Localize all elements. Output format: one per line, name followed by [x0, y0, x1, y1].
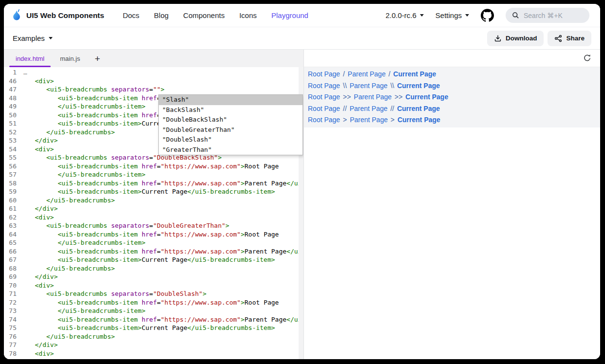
line-number: 60 [4, 196, 23, 205]
tab-index-html[interactable]: index.html [8, 50, 52, 67]
code-line: 73 </ui5-breadcrumbs-item> [4, 307, 303, 315]
line-number: 53 [4, 136, 23, 145]
breadcrumb-link[interactable]: Parent Page [354, 93, 392, 101]
breadcrumb-link[interactable]: Parent Page [350, 105, 388, 112]
code-line: 71 <ui5-breadcrumbs separators="DoubleSl… [4, 290, 303, 298]
version-dropdown[interactable]: 2.0.0-rc.6 [385, 11, 423, 19]
line-number: 64 [4, 230, 23, 239]
code-line-text: </div> [23, 341, 303, 349]
autocomplete-item[interactable]: "GreaterThan" [159, 145, 302, 155]
line-number: 77 [4, 341, 23, 349]
tab-label: main.js [60, 55, 80, 62]
code-line-text: <ui5-breadcrumbs-item href="https://www.… [23, 247, 303, 256]
breadcrumbs-preview: Root Page / Parent Page / Current PageRo… [304, 67, 600, 127]
code-line-text: <ui5-breadcrumbs separators="DoubleGreat… [23, 221, 303, 230]
autocomplete-item[interactable]: "Slash" [159, 95, 302, 105]
code-line-text: … [23, 68, 303, 77]
code-line: 63 <ui5-breadcrumbs separators="DoubleGr… [4, 221, 303, 230]
github-link[interactable] [481, 9, 494, 22]
download-label: Download [506, 35, 537, 42]
breadcrumb-separator: >> [392, 93, 405, 101]
breadcrumb-current: Current Page [397, 105, 440, 112]
line-number: 76 [4, 332, 23, 341]
share-button[interactable]: Share [548, 31, 591, 46]
breadcrumb-link[interactable]: Root Page [308, 93, 340, 101]
tab-main-js[interactable]: main.js [52, 50, 88, 67]
top-navigation: UI5 Web Components Docs Blog Components … [4, 4, 600, 27]
download-icon [494, 35, 502, 42]
examples-dropdown[interactable]: Examples [13, 34, 53, 42]
editor-tabbar: index.html main.js + [4, 50, 303, 67]
examples-label: Examples [13, 34, 45, 42]
share-icon [554, 35, 562, 42]
breadcrumb-link[interactable]: Root Page [308, 116, 340, 124]
breadcrumb-separator: \\ [388, 82, 397, 90]
search-placeholder: Search ⌘+K [524, 12, 563, 19]
line-number: 58 [4, 179, 23, 188]
settings-label: Settings [435, 11, 462, 19]
autocomplete-item[interactable]: "DoubleGreaterThan" [159, 125, 302, 135]
code-line-text: <ui5-breadcrumbs-item href="https://www.… [23, 179, 303, 188]
browser-window: UI5 Web Components Docs Blog Components … [4, 4, 600, 359]
code-line: 1… [4, 68, 303, 77]
line-number: 70 [4, 281, 23, 290]
nav-item-components[interactable]: Components [183, 11, 225, 19]
code-line-text: </div> [23, 204, 303, 213]
breadcrumb-link[interactable]: Parent Page [350, 82, 388, 90]
breadcrumb-link[interactable]: Parent Page [348, 70, 386, 78]
code-line: 72 <ui5-breadcrumbs-item href="https://w… [4, 298, 303, 307]
code-line-text: </div> [23, 273, 303, 281]
breadcrumb-current: Current Page [393, 70, 436, 78]
breadcrumb-separator: >> [340, 93, 354, 101]
autocomplete-item[interactable]: "BackSlash" [159, 105, 302, 115]
screenshot-frame: UI5 Web Components Docs Blog Components … [0, 0, 605, 364]
settings-dropdown[interactable]: Settings [435, 11, 469, 19]
github-icon [481, 9, 494, 22]
breadcrumb-row: Root Page > Parent Page > Current Page [304, 114, 600, 126]
code-line-text: <ui5-breadcrumbs-item href="https://www.… [23, 230, 303, 239]
line-number: 46 [4, 77, 23, 86]
line-number: 57 [4, 170, 23, 179]
breadcrumb-row: Root Page // Parent Page // Current Page [304, 103, 600, 115]
line-number: 69 [4, 273, 23, 281]
preview-topbar [304, 50, 600, 67]
line-number: 61 [4, 204, 23, 213]
code-line-text: </ui5-breadcrumbs> [23, 264, 303, 273]
breadcrumb-separator: // [340, 105, 350, 112]
search-input[interactable]: Search ⌘+K [506, 8, 589, 23]
code-line: 77 </div> [4, 341, 303, 349]
code-line: 75 <ui5-breadcrumbs-item>Current Page</u… [4, 324, 303, 332]
code-line: 61 </div> [4, 204, 303, 213]
nav-item-blog[interactable]: Blog [154, 11, 169, 19]
code-line: 64 <ui5-breadcrumbs-item href="https://w… [4, 230, 303, 239]
breadcrumb-link[interactable]: Root Page [308, 82, 340, 90]
code-line-text: <ui5-breadcrumbs separators="DoubleSlash… [23, 290, 303, 298]
autocomplete-item[interactable]: "DoubleSlash" [159, 135, 302, 145]
line-number: 62 [4, 213, 23, 222]
code-editor[interactable]: 1…46 <div>47 <ui5-breadcrumbs separators… [4, 67, 303, 359]
fold-placeholder[interactable]: … [23, 69, 27, 76]
share-label: Share [566, 35, 585, 42]
nav-item-docs[interactable]: Docs [123, 11, 139, 19]
breadcrumb-separator: // [388, 105, 397, 112]
code-line: 69 </div> [4, 273, 303, 281]
line-number: 65 [4, 238, 23, 247]
breadcrumb-link[interactable]: Root Page [308, 105, 340, 112]
code-line-text: <ui5-breadcrumbs separators=""> [23, 85, 303, 94]
autocomplete-item[interactable]: "DoubleBackSlash" [159, 115, 302, 125]
add-tab-button[interactable]: + [88, 54, 107, 63]
breadcrumb-link[interactable]: Root Page [308, 70, 340, 78]
line-number: 68 [4, 264, 23, 273]
breadcrumb-link[interactable]: Parent Page [350, 116, 388, 124]
nav-item-playground[interactable]: Playground [271, 11, 308, 19]
download-button[interactable]: Download [487, 31, 544, 46]
refresh-button[interactable] [583, 54, 591, 62]
nav-item-icons[interactable]: Icons [239, 11, 257, 19]
brand[interactable]: UI5 Web Components [12, 9, 104, 22]
breadcrumb-row: Root Page / Parent Page / Current Page [304, 69, 600, 80]
code-line-text: <ui5-breadcrumbs-item>Current Page</ui5-… [23, 324, 303, 332]
code-line: 76 </ui5-breadcrumbs> [4, 332, 303, 341]
preview-pane: Root Page / Parent Page / Current PageRo… [303, 50, 600, 359]
line-number: 63 [4, 221, 23, 230]
code-line-text: <ui5-breadcrumbs-item href="https://www.… [23, 298, 303, 307]
